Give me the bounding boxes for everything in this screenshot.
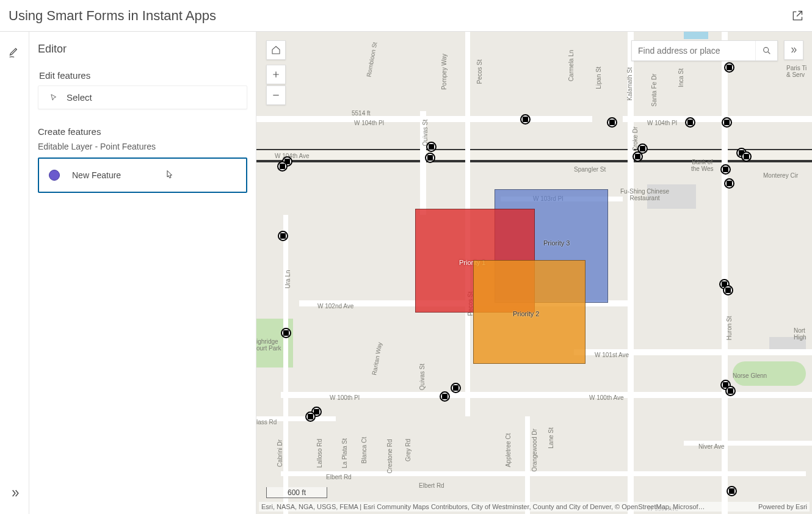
poi-label: Fu-Shing Chinese Restaurant — [620, 188, 669, 201]
road-label: W 101st Ave — [595, 352, 629, 358]
select-button[interactable]: Select — [38, 85, 247, 109]
road-label: Grey Rd — [405, 439, 411, 462]
poly-label-2: Priority 2 — [513, 310, 539, 317]
bus-marker[interactable] — [425, 153, 435, 163]
road-label: Quivas St — [419, 364, 426, 390]
road-label: Cabrini Dr — [277, 440, 283, 467]
road-label: Ura Ln — [285, 270, 291, 288]
bus-marker[interactable] — [277, 161, 288, 172]
expand-rail-button[interactable] — [4, 482, 26, 504]
road-label: Orangewood Dr — [531, 429, 538, 472]
road-label: Raritan Way — [371, 342, 383, 376]
home-button[interactable] — [266, 40, 286, 60]
scale-bar: 600 ft — [266, 487, 327, 498]
share-icon[interactable] — [791, 10, 803, 22]
panel-title: Editor — [29, 32, 256, 67]
edit-features-label: Edit features — [38, 70, 247, 81]
search-input[interactable] — [632, 46, 755, 56]
bus-marker[interactable] — [520, 114, 531, 125]
bus-marker[interactable] — [278, 231, 288, 241]
bus-marker[interactable] — [741, 151, 752, 162]
road-label: Spangler St — [574, 166, 606, 173]
new-feature-label: New Feature — [72, 170, 121, 180]
road-label: Rombloon St — [365, 42, 378, 78]
attribution-text: Esri, NASA, NGA, USGS, FEMA | Esri Commu… — [261, 503, 705, 510]
road-label: Lane St — [548, 427, 554, 448]
road-label: W 102nd Ave — [317, 303, 353, 309]
poi-label: Paris Ti & Serv — [786, 65, 807, 78]
water-area — [684, 32, 708, 39]
bus-marker[interactable] — [607, 117, 617, 128]
road-label: 5514 ft — [352, 110, 371, 117]
poi-label: Norse Glenn — [733, 372, 767, 379]
zoom-in-button[interactable] — [266, 65, 286, 84]
road-label: Lalloso Rd — [316, 439, 323, 468]
bus-marker[interactable] — [724, 62, 734, 73]
create-features-label: Create features — [38, 126, 247, 137]
bus-marker[interactable] — [723, 285, 733, 295]
search-button[interactable] — [755, 41, 777, 60]
road — [525, 416, 530, 514]
road-label: Lipan St — [595, 67, 602, 89]
poi-label: Bank of the Wes — [691, 159, 714, 172]
road-label: Santa Fe Dr — [651, 74, 658, 107]
road-label: lass Rd — [256, 419, 277, 425]
road-label: Niver Ave — [698, 443, 725, 450]
bus-marker[interactable] — [720, 164, 731, 175]
bus-marker[interactable] — [451, 383, 461, 393]
road-label: W 100th Ave — [589, 394, 624, 401]
road — [722, 32, 728, 514]
new-feature-template[interactable]: New Feature — [38, 157, 247, 193]
poi-label: Nort High — [794, 327, 807, 341]
road-label: W 100th Pl — [330, 394, 360, 401]
road-label: Kalamath St — [626, 67, 633, 100]
road-label: Elbert Rd — [326, 474, 352, 480]
powered-by: Powered by Esri — [758, 503, 807, 510]
bus-marker[interactable] — [725, 386, 736, 396]
poly-label-3: Priority 3 — [543, 239, 570, 247]
attribution: Esri, NASA, NGA, USGS, FEMA | Esri Commu… — [259, 502, 810, 512]
road-label: Monterey Cir — [763, 172, 798, 179]
select-button-label: Select — [67, 92, 92, 103]
road-label: W 104th Pl — [647, 120, 677, 126]
road-label: W 104th Ave — [275, 153, 310, 159]
road-label: Pecos St — [476, 59, 483, 84]
highway — [256, 160, 812, 162]
search-box — [631, 40, 778, 61]
cursor-icon — [49, 93, 58, 102]
road-label: La Plata St — [341, 438, 348, 468]
bus-marker[interactable] — [281, 328, 291, 338]
editor-rail-button[interactable] — [4, 42, 26, 63]
road-label: Pompey Way — [441, 54, 448, 90]
bus-marker[interactable] — [724, 178, 734, 189]
road — [628, 32, 634, 514]
point-swatch-icon — [49, 170, 60, 181]
cursor-pointer-icon — [164, 168, 175, 182]
road-label: W 104th Pl — [354, 120, 384, 126]
page-title: Using Smart Forms in Instant Apps — [9, 8, 216, 24]
bus-marker[interactable] — [426, 142, 437, 152]
road-label: Appletree Ct — [505, 433, 512, 468]
bus-marker[interactable] — [637, 143, 648, 154]
road-label: Inca St — [678, 68, 684, 87]
bus-marker[interactable] — [440, 391, 450, 402]
more-tools-button[interactable] — [784, 40, 803, 60]
road-label: Crestone Rd — [386, 439, 393, 473]
road-label: Blanca Ct — [361, 437, 368, 463]
poi-label: ighridge ourt Park — [256, 338, 281, 352]
svg-point-0 — [763, 48, 768, 52]
bus-marker[interactable] — [305, 411, 316, 422]
layer-label: Editable Layer - Point Features — [38, 142, 247, 151]
road — [283, 215, 288, 514]
editor-panel: Editor Edit features Select Create featu… — [29, 32, 256, 514]
bus-marker[interactable] — [685, 117, 695, 128]
road-label: Elbert Rd — [419, 482, 444, 489]
road-label: Huron St — [726, 316, 733, 340]
map-canvas[interactable]: 5514 ft W 104th Pl W 104th Pl W 104th Av… — [256, 32, 812, 514]
bus-marker[interactable] — [727, 486, 737, 496]
side-rail — [0, 32, 29, 514]
zoom-out-button[interactable] — [266, 85, 286, 105]
road-label: Carmela Ln — [568, 50, 575, 82]
bus-marker[interactable] — [722, 117, 732, 128]
